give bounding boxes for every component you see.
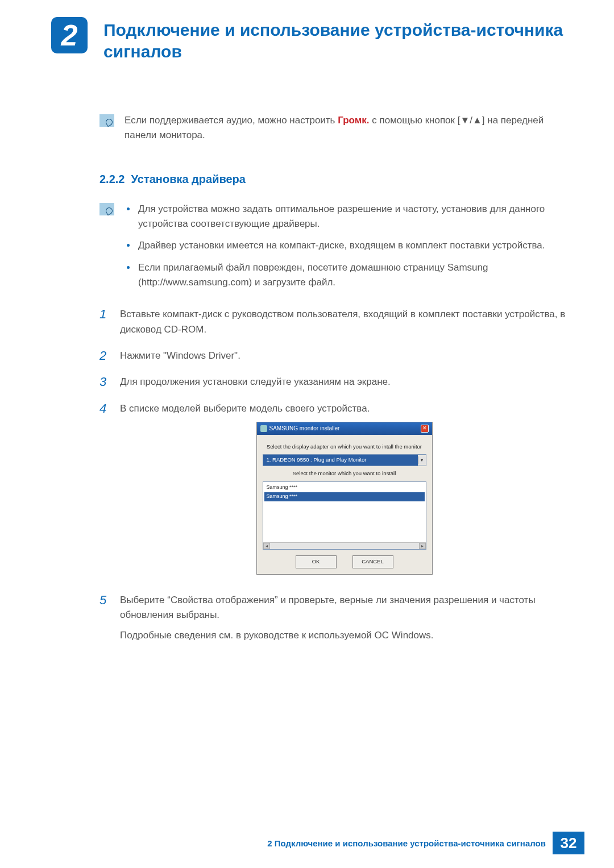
- step-text: Нажмите "Windows Driver".: [120, 348, 569, 363]
- step-number: 1: [99, 307, 109, 322]
- dialog-label-adapter: Select the display adapter on which you …: [263, 443, 426, 451]
- intro-note: Если поддерживается аудио, можно настрои…: [125, 113, 569, 143]
- close-icon[interactable]: ✕: [421, 425, 429, 433]
- step-number: 5: [99, 593, 109, 608]
- chevron-down-icon[interactable]: ▾: [418, 456, 426, 464]
- list-item: Драйвер установки имеется на компакт-дис…: [125, 238, 569, 253]
- chapter-number-badge: 2: [51, 17, 88, 53]
- step-number: 4: [99, 401, 109, 416]
- steps-list: 1 Вставьте компакт-диск с руководством п…: [99, 307, 569, 646]
- list-item: Если прилагаемый файл поврежден, посетит…: [125, 260, 569, 290]
- intro-note-bold: Громк.: [338, 115, 369, 126]
- note-icon: [99, 114, 114, 127]
- page-number: 32: [553, 832, 584, 854]
- step-text: Для продолжения установки следуйте указа…: [120, 375, 569, 389]
- app-icon: [260, 425, 267, 432]
- list-item[interactable]: Samsung ****: [264, 483, 425, 492]
- intro-note-before: Если поддерживается аудио, можно настрои…: [125, 115, 338, 126]
- step: 2 Нажмите "Windows Driver".: [99, 348, 569, 367]
- scroll-right-icon[interactable]: ▸: [419, 543, 426, 549]
- step-extra: Подробные сведения см. в руководстве к и…: [120, 628, 569, 643]
- cancel-button[interactable]: CANCEL: [352, 555, 393, 568]
- step: 3 Для продолжения установки следуйте ука…: [99, 375, 569, 393]
- list-item[interactable]: Samsung ****: [264, 492, 425, 501]
- bullet-list: Для устройства можно задать оптимальное …: [125, 202, 569, 297]
- step-text: Выберите “Свойства отображения” и провер…: [120, 593, 569, 623]
- scroll-left-icon[interactable]: ◂: [263, 543, 270, 549]
- section-heading: 2.2.2 Установка драйвера: [99, 173, 569, 186]
- adapter-select[interactable]: 1. RADEON 9550 : Plug and Play Monitor ▾: [263, 454, 426, 466]
- step: 1 Вставьте компакт-диск с руководством п…: [99, 307, 569, 340]
- installer-dialog: SAMSUNG monitor installer ✕ Select the d…: [256, 422, 433, 574]
- adapter-select-value: 1. RADEON 9550 : Plug and Play Monitor: [263, 455, 418, 466]
- dialog-title-text: SAMSUNG monitor installer: [269, 424, 340, 433]
- list-item: Для устройства можно задать оптимальное …: [125, 202, 569, 232]
- horizontal-scrollbar[interactable]: ◂ ▸: [263, 542, 426, 549]
- step-number: 3: [99, 375, 109, 389]
- section-number: 2.2.2: [99, 173, 125, 185]
- step-text: В списке моделей выберите модель своего …: [120, 401, 569, 416]
- chapter-title: Подключение и использование устройства-и…: [103, 17, 569, 62]
- dialog-label-monitor: Select the monitor which you want to ins…: [263, 470, 426, 478]
- step-text: Вставьте компакт-диск с руководством пол…: [120, 307, 569, 337]
- monitor-list[interactable]: Samsung **** Samsung **** ◂ ▸: [263, 481, 426, 550]
- intro-note-symbols: ▼/▲: [460, 115, 482, 126]
- step: 4 В списке моделей выберите модель своег…: [99, 401, 569, 585]
- step: 5 Выберите “Свойства отображения” и пров…: [99, 593, 569, 647]
- step-number: 2: [99, 348, 109, 363]
- note-icon: [99, 203, 114, 215]
- ok-button[interactable]: OK: [296, 555, 337, 568]
- section-title: Установка драйвера: [131, 173, 246, 185]
- dialog-titlebar: SAMSUNG monitor installer ✕: [257, 422, 432, 435]
- intro-note-after-bold: с помощью кнопок [: [370, 115, 460, 126]
- footer-chapter-text: 2 Подключение и использование устройства…: [267, 832, 553, 854]
